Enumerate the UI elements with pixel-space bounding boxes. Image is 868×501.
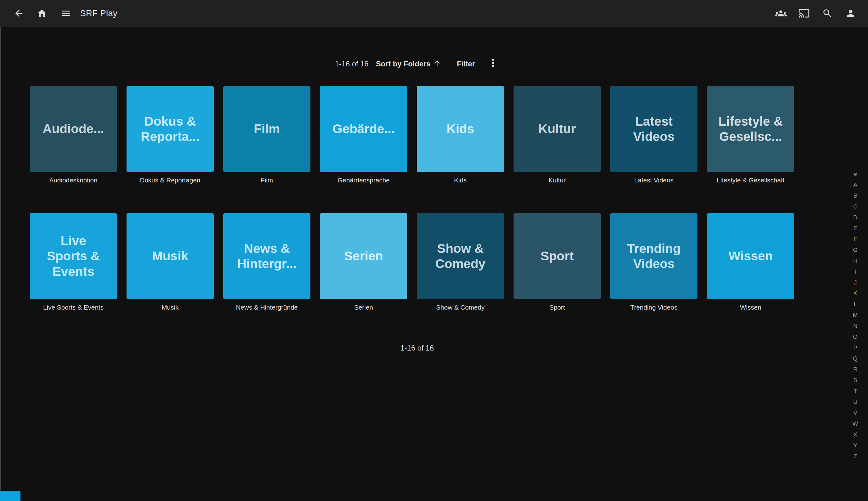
folder-card-trending-videos[interactable]: Trending Videos Trending Videos <box>610 213 697 311</box>
folder-tile[interactable]: Kultur <box>513 86 601 172</box>
folder-title[interactable]: Film <box>261 177 273 184</box>
alpha-letter[interactable]: R <box>847 364 863 375</box>
folder-card-audiodeskription[interactable]: Audiode... Audiodeskription <box>30 86 117 184</box>
folder-title[interactable]: Latest Videos <box>634 177 674 184</box>
folder-title[interactable]: Show & Comedy <box>436 304 485 311</box>
people-group-icon <box>775 8 787 19</box>
page-title: SRF Play <box>80 0 118 27</box>
alpha-letter[interactable]: E <box>847 223 863 234</box>
folder-tile[interactable]: Lifestyle & Gesellsc... <box>707 86 794 172</box>
folder-tile[interactable]: Audiode... <box>30 86 117 172</box>
alpha-letter[interactable]: W <box>847 418 863 429</box>
folder-tile[interactable]: Show & Comedy <box>417 213 504 299</box>
folder-card-latest-videos[interactable]: Latest Videos Latest Videos <box>610 86 697 184</box>
alpha-letter[interactable]: J <box>847 277 863 288</box>
arrow-up-icon <box>431 59 441 69</box>
folder-card-dokus-reportagen[interactable]: Dokus & Reporta... Dokus & Reportagen <box>127 86 214 184</box>
folder-tile[interactable]: Musik <box>127 213 214 299</box>
alpha-letter[interactable]: G <box>847 244 863 255</box>
alpha-letter[interactable]: C <box>847 201 863 212</box>
folder-title[interactable]: Sport <box>549 304 565 311</box>
search-button[interactable] <box>821 7 834 20</box>
folder-card-serien[interactable]: Serien Serien <box>320 213 407 311</box>
alpha-letter[interactable]: U <box>847 396 863 407</box>
footer-item-count: 1-16 of 16 <box>0 344 834 352</box>
folder-card-kids[interactable]: Kids Kids <box>417 86 504 184</box>
alpha-letter[interactable]: # <box>847 169 863 179</box>
folder-card-wissen[interactable]: Wissen Wissen <box>707 213 794 311</box>
hamburger-menu-icon <box>61 8 71 19</box>
folder-tile[interactable]: Latest Videos <box>610 86 697 172</box>
folder-title[interactable]: Kultur <box>549 177 566 184</box>
alpha-letter[interactable]: D <box>847 212 863 223</box>
folder-title[interactable]: Dokus & Reportagen <box>140 177 200 184</box>
folder-title[interactable]: Trending Videos <box>630 304 677 311</box>
folder-tile[interactable]: Sport <box>513 213 601 299</box>
folder-tile[interactable]: Dokus & Reporta... <box>127 86 214 172</box>
back-button[interactable] <box>12 7 25 20</box>
menu-button[interactable] <box>59 7 73 20</box>
search-icon <box>822 8 833 19</box>
alpha-letter[interactable]: X <box>847 429 863 440</box>
alpha-letter[interactable]: Q <box>847 353 863 364</box>
folder-tile[interactable]: Live Sports & Events <box>30 213 117 299</box>
folder-card-lifestyle-gesellschaft[interactable]: Lifestyle & Gesellsc... Lifestyle & Gese… <box>707 86 794 184</box>
home-button[interactable] <box>35 7 48 20</box>
cast-icon <box>799 8 810 19</box>
more-options-button[interactable] <box>491 58 494 70</box>
folder-card-show-comedy[interactable]: Show & Comedy Show & Comedy <box>417 213 504 311</box>
filter-button-label: Filter <box>457 60 475 68</box>
alpha-letter[interactable]: O <box>847 331 863 342</box>
folder-tile[interactable]: Wissen <box>707 213 794 299</box>
alpha-letter[interactable]: L <box>847 299 863 310</box>
folder-title[interactable]: Musik <box>162 304 178 311</box>
alpha-letter[interactable]: Z <box>847 451 863 462</box>
folder-title[interactable]: Live Sports & Events <box>43 304 104 311</box>
alpha-letter[interactable]: P <box>847 342 863 353</box>
folder-tile[interactable]: Serien <box>320 213 407 299</box>
folder-tile[interactable]: Trending Videos <box>610 213 697 299</box>
folder-title[interactable]: Serien <box>354 304 373 311</box>
sort-button[interactable]: Sort by Folders <box>376 59 441 69</box>
alpha-letter[interactable]: N <box>847 320 863 331</box>
folder-card-gebaerdensprache[interactable]: Gebärde... Gebärdensprache <box>320 86 407 184</box>
folder-title[interactable]: Audiodeskription <box>49 177 97 184</box>
folder-tile[interactable]: News & Hintergr... <box>223 213 311 299</box>
folder-card-news-hintergruende[interactable]: News & Hintergr... News & Hintergründe <box>223 213 311 311</box>
library-toolbar: 1-16 of 16 Sort by Folders Filter <box>335 56 494 71</box>
folder-grid-row-1: Audiode... Audiodeskription Dokus & Repo… <box>30 86 794 184</box>
folder-title[interactable]: News & Hintergründe <box>236 304 298 311</box>
filter-button[interactable]: Filter <box>457 60 475 68</box>
alpha-letter[interactable]: K <box>847 288 863 299</box>
folder-card-film[interactable]: Film Film <box>223 86 311 184</box>
cast-button[interactable] <box>798 7 811 20</box>
folder-title[interactable]: Wissen <box>740 304 761 311</box>
alpha-letter[interactable]: M <box>847 310 863 320</box>
folder-tile[interactable]: Film <box>223 86 311 172</box>
folder-title[interactable]: Gebärdensprache <box>337 177 390 184</box>
alpha-letter[interactable]: T <box>847 386 863 396</box>
user-button[interactable] <box>844 7 857 20</box>
alpha-letter[interactable]: F <box>847 234 863 244</box>
alpha-letter[interactable]: A <box>847 179 863 190</box>
folder-title[interactable]: Lifestyle & Gesellschaft <box>717 177 784 184</box>
alpha-letter[interactable]: V <box>847 407 863 418</box>
alpha-letter[interactable]: H <box>847 255 863 266</box>
alpha-letter[interactable]: I <box>847 266 863 277</box>
home-icon <box>36 8 47 19</box>
syncplay-button[interactable] <box>774 7 788 20</box>
alphabet-picker: # A B C D E F G H I J K L M N O P Q R S … <box>847 169 863 462</box>
folder-tile[interactable]: Kids <box>417 86 504 172</box>
alpha-letter[interactable]: Y <box>847 440 863 451</box>
folder-grid-row-2: Live Sports & Events Live Sports & Event… <box>30 213 794 311</box>
item-count-label: 1-16 of 16 <box>335 60 368 68</box>
folder-card-musik[interactable]: Musik Musik <box>127 213 214 311</box>
alpha-letter[interactable]: B <box>847 190 863 201</box>
folder-card-live-sports-events[interactable]: Live Sports & Events Live Sports & Event… <box>30 213 117 311</box>
folder-title[interactable]: Kids <box>454 177 467 184</box>
folder-card-kultur[interactable]: Kultur Kultur <box>513 86 601 184</box>
bottom-left-accent <box>0 491 21 501</box>
folder-card-sport[interactable]: Sport Sport <box>513 213 601 311</box>
alpha-letter[interactable]: S <box>847 375 863 386</box>
folder-tile[interactable]: Gebärde... <box>320 86 407 172</box>
